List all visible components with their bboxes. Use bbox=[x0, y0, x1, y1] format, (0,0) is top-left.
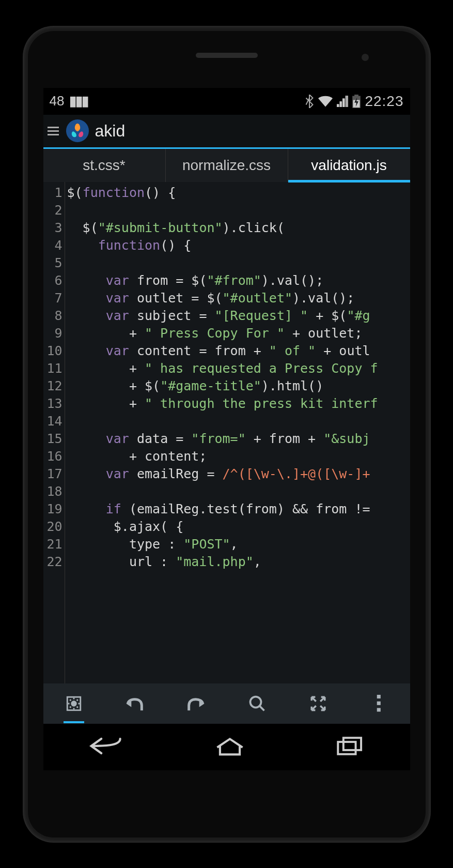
line-number: 21 bbox=[43, 536, 63, 553]
code-line[interactable] bbox=[67, 202, 410, 219]
redo-button[interactable] bbox=[180, 688, 211, 719]
line-number: 5 bbox=[43, 254, 63, 272]
code-line[interactable]: + " through the press kit interf bbox=[67, 395, 410, 413]
line-number: 15 bbox=[43, 430, 63, 448]
code-line[interactable]: if (emailReg.test(from) && from != bbox=[67, 500, 410, 518]
phone-speaker bbox=[196, 53, 258, 58]
bluetooth-icon bbox=[305, 95, 314, 108]
svg-rect-3 bbox=[377, 695, 381, 698]
line-number: 14 bbox=[43, 413, 63, 430]
code-line[interactable]: var outlet = $("#outlet").val(); bbox=[67, 290, 410, 307]
line-number: 18 bbox=[43, 483, 63, 500]
code-line[interactable]: var subject = "[Request] " + $("#g bbox=[67, 307, 410, 325]
undo-button[interactable] bbox=[119, 688, 150, 719]
svg-point-2 bbox=[250, 696, 261, 707]
overflow-button[interactable] bbox=[364, 688, 395, 719]
line-number: 16 bbox=[43, 448, 63, 465]
tab-bar: st.css* normalize.css validation.js bbox=[43, 149, 410, 182]
tab-label: validation.js bbox=[311, 157, 386, 174]
line-number: 17 bbox=[43, 465, 63, 483]
code-line[interactable]: $(function() { bbox=[67, 184, 410, 202]
tab-label: st.css* bbox=[83, 157, 125, 174]
code-line[interactable] bbox=[67, 254, 410, 272]
code-line[interactable]: function() { bbox=[67, 237, 410, 254]
code-line[interactable]: var from = $("#from").val(); bbox=[67, 272, 410, 290]
line-number: 10 bbox=[43, 342, 63, 360]
screen: 48 ▮▮▮ 22:23 bbox=[43, 88, 410, 770]
code-line[interactable]: var data = "from=" + from + "&subj bbox=[67, 430, 410, 448]
code-line[interactable]: $.ajax( { bbox=[67, 518, 410, 536]
phone-camera bbox=[362, 54, 369, 61]
line-number: 22 bbox=[43, 553, 63, 571]
code-area[interactable]: $(function() { $("#submit-button").click… bbox=[65, 182, 410, 683]
app-title: akid bbox=[95, 121, 126, 141]
line-number: 4 bbox=[43, 237, 63, 254]
app-logo bbox=[66, 119, 89, 142]
line-number: 7 bbox=[43, 290, 63, 307]
android-navbar bbox=[43, 724, 410, 770]
line-number: 12 bbox=[43, 377, 63, 395]
status-time: 22:23 bbox=[365, 93, 403, 110]
back-button[interactable] bbox=[88, 736, 124, 758]
notification-icon: ▮▮▮ bbox=[69, 93, 88, 109]
home-button[interactable] bbox=[214, 736, 245, 758]
code-line[interactable]: var content = from + " of " + outl bbox=[67, 342, 410, 360]
line-number: 9 bbox=[43, 325, 63, 342]
line-number: 8 bbox=[43, 307, 63, 325]
tab-file-1[interactable]: normalize.css bbox=[166, 149, 288, 182]
tab-file-2[interactable]: validation.js bbox=[288, 149, 410, 182]
app-header: akid bbox=[43, 115, 410, 149]
line-number: 6 bbox=[43, 272, 63, 290]
fullscreen-button[interactable] bbox=[303, 688, 334, 719]
code-line[interactable]: + " has requested a Press Copy f bbox=[67, 360, 410, 377]
signal-icon bbox=[337, 96, 348, 107]
line-gutter: 12345678910111213141516171819202122 bbox=[43, 182, 65, 683]
line-number: 19 bbox=[43, 500, 63, 518]
code-line[interactable]: + $("#game-title").html() bbox=[67, 377, 410, 395]
code-line[interactable]: + content; bbox=[67, 448, 410, 465]
wifi-icon bbox=[318, 96, 333, 107]
tab-file-0[interactable]: st.css* bbox=[43, 149, 166, 182]
battery-icon bbox=[352, 95, 361, 108]
line-number: 1 bbox=[43, 184, 63, 202]
code-line[interactable]: type : "POST", bbox=[67, 536, 410, 553]
line-number: 3 bbox=[43, 219, 63, 237]
phone-inner: 48 ▮▮▮ 22:23 bbox=[28, 31, 426, 837]
status-bar: 48 ▮▮▮ 22:23 bbox=[43, 88, 410, 115]
svg-rect-7 bbox=[343, 738, 361, 750]
settings-button[interactable] bbox=[58, 688, 89, 719]
code-line[interactable]: url : "mail.php", bbox=[67, 553, 410, 571]
recent-apps-button[interactable] bbox=[335, 736, 365, 758]
menu-button[interactable] bbox=[46, 124, 60, 139]
svg-rect-5 bbox=[377, 708, 381, 711]
code-line[interactable] bbox=[67, 413, 410, 430]
code-line[interactable]: $("#submit-button").click( bbox=[67, 219, 410, 237]
code-editor[interactable]: 12345678910111213141516171819202122 $(fu… bbox=[43, 182, 410, 683]
code-line[interactable]: + " Press Copy For " + outlet; bbox=[67, 325, 410, 342]
line-number: 11 bbox=[43, 360, 63, 377]
svg-point-1 bbox=[71, 701, 76, 706]
code-line[interactable]: var emailReg = /^([\w-\.]+@([\w-]+ bbox=[67, 465, 410, 483]
svg-rect-4 bbox=[377, 701, 381, 705]
phone-frame: 48 ▮▮▮ 22:23 bbox=[23, 26, 431, 843]
code-line[interactable] bbox=[67, 483, 410, 500]
search-button[interactable] bbox=[242, 688, 273, 719]
editor-toolbar bbox=[43, 683, 410, 724]
line-number: 13 bbox=[43, 395, 63, 413]
line-number: 20 bbox=[43, 518, 63, 536]
svg-rect-6 bbox=[338, 742, 355, 754]
tab-label: normalize.css bbox=[182, 157, 271, 174]
line-number: 2 bbox=[43, 202, 63, 219]
notification-count: 48 bbox=[50, 93, 65, 109]
